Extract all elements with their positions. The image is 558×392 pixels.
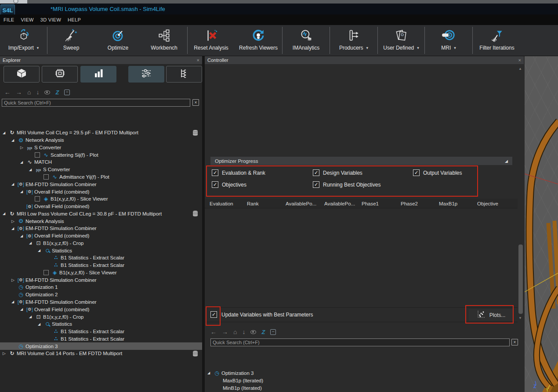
checkbox[interactable]: ✓: [212, 169, 218, 176]
tree-row-optimization-1[interactable]: ◷Optimization 1: [0, 284, 202, 291]
close-icon[interactable]: ×: [197, 58, 199, 63]
tab-model[interactable]: [4, 66, 40, 83]
visibility-checkbox[interactable]: [35, 196, 40, 201]
update-variables-checkbox[interactable]: ✓: [210, 311, 217, 318]
tree-row-overall-field-combined[interactable]: ⚙Overall Field (combined): [0, 203, 202, 210]
tree-row-scattering-sij-f-plot[interactable]: ∿Scattering Sij(f) - Plot: [0, 151, 202, 158]
menu-item-3d-view[interactable]: 3D VIEW: [40, 17, 61, 22]
toolbar-button-mri[interactable]: MRI▾: [425, 25, 472, 56]
expander-icon[interactable]: ◢: [11, 182, 17, 186]
expander-icon[interactable]: ◢: [3, 131, 8, 135]
column-header-evaluation-0[interactable]: Evaluation: [205, 201, 242, 206]
expander-icon[interactable]: ◢: [38, 248, 43, 252]
down-arrow-icon[interactable]: ↓: [242, 329, 245, 335]
tree-row-match[interactable]: ◢∿MATCH: [0, 158, 202, 166]
visibility-checkbox[interactable]: [35, 152, 40, 158]
expander-icon[interactable]: ◢: [20, 307, 26, 311]
column-header-objective-7[interactable]: Objective: [472, 201, 512, 206]
down-arrow-icon[interactable]: ↓: [36, 89, 39, 95]
expander-icon[interactable]: ◢: [29, 168, 35, 172]
checkbox[interactable]: ✓: [212, 181, 218, 188]
tab-tree-view[interactable]: [166, 66, 202, 83]
display-checkbox-design-variables[interactable]: ✓Design Variables: [313, 169, 413, 176]
tree-row-em-fdtd-simulation-combiner[interactable]: ◢⚙EM-FDTD Simulation Combiner: [0, 225, 202, 232]
tree-row-network-analysis[interactable]: ◢⚙Network Analysis: [0, 137, 202, 144]
tree-row-statistics[interactable]: ◢Statistics: [0, 320, 202, 328]
tree-row-s-converter[interactable]: ▷[s]ǂS Converter: [0, 144, 202, 151]
tree-row-mri-volume-coil-cleg-29-5-pf-em-fdtd-multiport[interactable]: ◢↻MRI Volume Coil CLeg = 29.5 pF - EM FD…: [0, 129, 202, 137]
toolbar-button-user-defined[interactable]: User Defined▾: [378, 25, 424, 56]
tree-row-optimization-3[interactable]: ◢◷Optimization 3: [205, 369, 524, 377]
scroll-up-icon[interactable]: ▲: [518, 67, 522, 71]
checkbox[interactable]: ✓: [313, 169, 319, 176]
search-input[interactable]: [2, 99, 190, 107]
menu-item-view[interactable]: VIEW: [21, 17, 33, 22]
z-iterations-icon[interactable]: Z: [261, 328, 265, 336]
tree-row-maxb1p-iterated[interactable]: MaxB1p (Iterated): [205, 377, 524, 384]
tree-row-admittance-yij-f-plot[interactable]: ∿Admittance Yij(f) - Plot: [0, 173, 202, 181]
search-input[interactable]: [210, 338, 510, 346]
tree-row-mri-volume-coil-14-ports-em-fdtd-multiport[interactable]: ▷↻MRI Volume Coil 14 Ports - EM FDTD Mul…: [0, 350, 202, 357]
column-header-rank-1[interactable]: Rank: [242, 201, 281, 206]
display-checkbox-running-best-objectives[interactable]: ✓Running Best Objectives: [313, 181, 413, 188]
display-checkbox-output-variables[interactable]: ✓Output Variables: [413, 169, 475, 176]
tree-row-b1-statistics-extract-scalar[interactable]: ∴B1 Statistics - Extract Scalar: [0, 262, 202, 269]
tree-row-network-analysis[interactable]: ▷⚙Network Analysis: [0, 217, 202, 225]
toolbar-button-filter-iterations[interactable]: Filter Iterations: [473, 25, 521, 56]
toolbar-button-reset-analysis[interactable]: Reset Analysis: [188, 25, 235, 56]
expander-icon[interactable]: ▷: [11, 278, 17, 282]
tree-row-statistics[interactable]: ◢Statistics: [0, 247, 202, 254]
expander-icon[interactable]: ◢: [207, 371, 213, 375]
home-icon[interactable]: ⌂: [27, 89, 31, 95]
expander-icon[interactable]: ◢: [38, 322, 43, 326]
close-icon[interactable]: ×: [518, 58, 521, 63]
toolbar-button-workbench[interactable]: Workbench: [141, 25, 187, 56]
forward-icon[interactable]: →: [222, 329, 228, 335]
optimizer-progress-section-header[interactable]: Optimizer Progress ◢: [210, 157, 512, 165]
collapse-all-icon[interactable]: −: [64, 90, 70, 95]
tree-row-em-fdtd-simulation-combiner[interactable]: ▷⚙EM-FDTD Simulation Combiner: [0, 276, 202, 284]
expander-icon[interactable]: ◢: [20, 160, 26, 164]
visibility-checkbox[interactable]: [43, 270, 49, 275]
toolbar-button-refresh-viewers[interactable]: Refresh Viewers: [235, 25, 282, 56]
home-icon[interactable]: ⌂: [233, 329, 237, 335]
tree-row-optimization-2[interactable]: ◷Optimization 2: [0, 291, 202, 298]
tree-row-b1-statistics-extract-scalar[interactable]: ∴B1 Statistics - Extract Scalar: [0, 254, 202, 262]
tree-row-overall-field-combined[interactable]: ◢⚙Overall Field (combined): [0, 188, 202, 195]
tree-row-s-converter[interactable]: ◢[s]ǂS Converter: [0, 166, 202, 173]
dropdown-arrow-icon[interactable]: ▾: [417, 46, 419, 50]
expander-icon[interactable]: ◢: [20, 234, 26, 238]
dropdown-arrow-icon[interactable]: ▾: [37, 46, 39, 50]
eye-icon[interactable]: [250, 328, 256, 336]
tree-row-optimization-3[interactable]: ◷Optimization 3: [0, 342, 202, 350]
tree-row-mri-low-pass-volume-coil-cleg-30-8-pf-em-fdtd-multiport[interactable]: ◢↻MRI Low Pass Volume Coil CLeg = 30.8 p…: [0, 210, 202, 217]
eye-icon[interactable]: [44, 88, 50, 96]
collapse-all-icon[interactable]: −: [270, 329, 276, 335]
tree-row-overall-field-combined[interactable]: ◢⚙Overall Field (combined): [0, 232, 202, 240]
tree-row-b1-x-y-z-f0-crop[interactable]: ◢⊡B1(x,y,z,f0) - Crop: [0, 313, 202, 320]
expander-icon[interactable]: ◢: [3, 212, 8, 216]
expander-icon[interactable]: ◢: [29, 315, 35, 319]
tree-row-b1-x-y-z-f0-crop[interactable]: ◢⊡B1(x,y,z,f0) - Crop: [0, 239, 202, 247]
tab-analysis[interactable]: [80, 66, 116, 83]
scrollbar-thumb[interactable]: [518, 245, 523, 314]
column-header-maxb1p-6[interactable]: MaxB1p: [434, 201, 472, 206]
tab-controller[interactable]: [128, 66, 164, 83]
column-header-availablepo-3[interactable]: AvailablePo...: [319, 201, 357, 206]
expander-icon[interactable]: ◢: [29, 241, 35, 245]
toolbar-button-producers[interactable]: Producers▾: [330, 25, 377, 56]
menu-item-file[interactable]: FILE: [4, 17, 14, 22]
3d-viewport[interactable]: Z Y: [524, 56, 558, 392]
expander-icon[interactable]: ◢: [11, 138, 17, 142]
tree-row-b1-statistics-extract-scalar[interactable]: ∴B1 Statistics - Extract Scalar: [0, 328, 202, 335]
column-header-phase2-5[interactable]: Phase2: [396, 201, 434, 206]
clear-search-icon[interactable]: ×: [192, 99, 199, 106]
tab-simulation[interactable]: [42, 66, 78, 83]
dropdown-arrow-icon[interactable]: ▾: [366, 46, 369, 50]
expander-icon[interactable]: ▷: [3, 351, 8, 356]
tree-row-b1-statistics-extract-scalar[interactable]: ∴B1 Statistics - Extract Scalar: [0, 335, 202, 342]
scroll-down-icon[interactable]: ▼: [518, 316, 522, 320]
tree-row-overall-field-combined[interactable]: ◢⚙Overall Field (combined): [0, 306, 202, 313]
menu-item-help[interactable]: HELP: [68, 17, 81, 22]
expander-icon[interactable]: ▷: [11, 219, 17, 223]
